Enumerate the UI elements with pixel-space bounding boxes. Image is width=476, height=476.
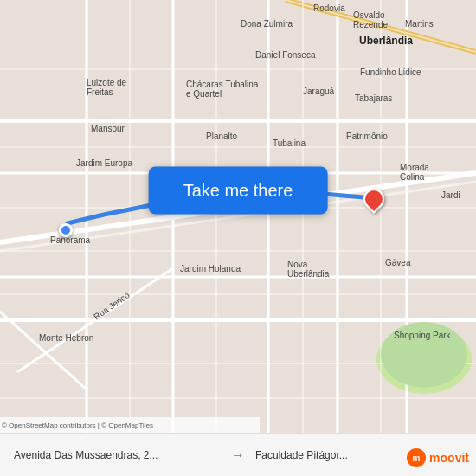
label-monte-hebron: Monte Hebron bbox=[39, 333, 93, 343]
origin-location[interactable]: Avenida Das Mussaendras, 2... bbox=[7, 446, 228, 465]
label-shopping-park: Shopping Park bbox=[394, 331, 451, 340]
label-daniel-fonseca: Daniel Fonseca bbox=[255, 50, 315, 60]
label-morada-colina: MoradaColina bbox=[400, 163, 429, 182]
label-patrimonio: Patrimônio bbox=[346, 132, 388, 141]
moovit-icon: m bbox=[407, 448, 426, 467]
label-uberlandia: Uberlândia bbox=[359, 35, 413, 47]
label-tubalina: Tubalina bbox=[273, 138, 306, 148]
label-gavea: Gávea bbox=[385, 258, 410, 267]
label-panorama: Panorama bbox=[50, 235, 90, 245]
label-luizote: Luizote deFreitas bbox=[87, 78, 126, 97]
label-fundinho: Fundinho bbox=[360, 68, 396, 77]
label-osvaldo: OsvaldoRezende bbox=[353, 10, 388, 29]
label-mansour: Mansour bbox=[91, 124, 125, 133]
label-rodovia: Rodovia bbox=[313, 3, 345, 13]
label-jardim-holanda: Jardim Holanda bbox=[180, 264, 241, 273]
destination-text: Faculdade Pitágor... bbox=[255, 449, 348, 461]
label-jardim-europa: Jardim Europa bbox=[76, 158, 132, 168]
label-planalto: Planalto bbox=[206, 132, 237, 141]
label-jaragua: Jaraguá bbox=[303, 87, 334, 96]
label-tabajaras: Tabajaras bbox=[355, 93, 392, 103]
label-martins: Martins bbox=[405, 19, 434, 29]
map-container: © OpenStreetMap contributors | © OpenMap… bbox=[0, 0, 476, 433]
label-dona-zulmira: Dona Zulmira bbox=[241, 19, 293, 29]
svg-text:m: m bbox=[413, 453, 421, 463]
take-me-there-button[interactable]: Take me there bbox=[149, 167, 328, 215]
arrow-icon: → bbox=[228, 447, 248, 463]
moovit-logo: m moovit bbox=[407, 448, 469, 467]
destination-marker bbox=[363, 189, 384, 216]
label-chacaras: Chácaras Tubalinae Quartel bbox=[186, 80, 258, 99]
bottom-bar: Avenida Das Mussaendras, 2... → Faculdad… bbox=[0, 433, 476, 476]
origin-text: Avenida Das Mussaendras, 2... bbox=[14, 449, 158, 461]
label-nova-uberlandia: NovaUberlândia bbox=[287, 260, 329, 279]
label-lidice: Lídice bbox=[398, 68, 421, 77]
label-jardim-right: Jardi bbox=[441, 190, 460, 200]
moovit-text: moovit bbox=[429, 451, 469, 465]
svg-text:© OpenStreetMap contributors |: © OpenStreetMap contributors | © OpenMap… bbox=[2, 421, 153, 429]
map-background: © OpenStreetMap contributors | © OpenMap… bbox=[0, 0, 476, 433]
origin-marker bbox=[59, 223, 73, 237]
